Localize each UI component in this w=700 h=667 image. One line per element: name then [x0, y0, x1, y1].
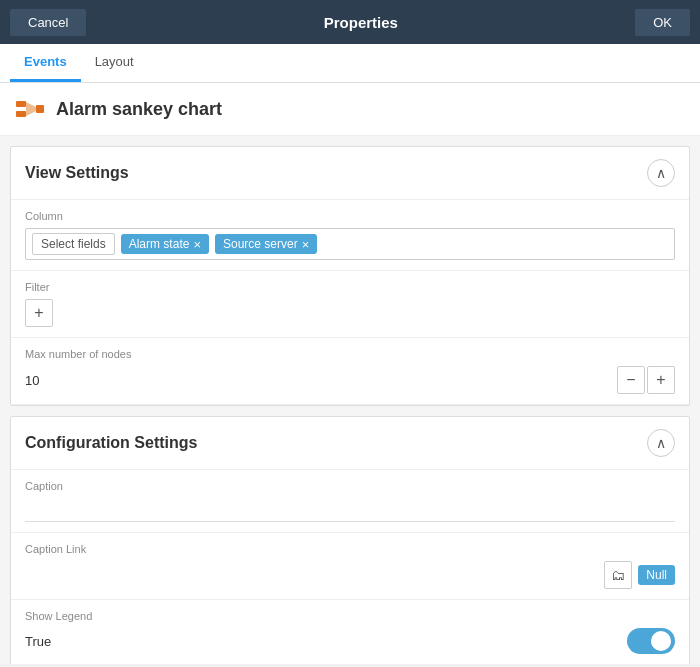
- ok-button[interactable]: OK: [635, 9, 690, 36]
- tag-alarm-state: Alarm state ×: [121, 234, 209, 254]
- show-legend-field-row: Show Legend True: [11, 600, 689, 664]
- filter-label: Filter: [25, 281, 675, 293]
- show-legend-row: True: [25, 628, 675, 654]
- caption-link-row: 🗂 Null: [25, 561, 675, 589]
- column-label: Column: [25, 210, 675, 222]
- tag-alarm-state-close[interactable]: ×: [193, 238, 201, 251]
- tab-layout[interactable]: Layout: [81, 44, 148, 82]
- caption-label: Caption: [25, 480, 675, 492]
- config-settings-header: Configuration Settings ∧: [11, 417, 689, 470]
- select-fields-button[interactable]: Select fields: [32, 233, 115, 255]
- svg-marker-2: [26, 102, 36, 116]
- caption-link-null-badge: Null: [638, 565, 675, 585]
- show-legend-value: True: [25, 634, 51, 649]
- filter-field-row: Filter +: [11, 271, 689, 338]
- view-settings-section: View Settings ∧ Column Select fields Ala…: [10, 146, 690, 406]
- svg-rect-1: [16, 111, 26, 117]
- view-settings-collapse-button[interactable]: ∧: [647, 159, 675, 187]
- view-settings-title: View Settings: [25, 164, 129, 182]
- column-field-row: Column Select fields Alarm state × Sourc…: [11, 200, 689, 271]
- max-nodes-stepper: − +: [617, 366, 675, 394]
- show-legend-label: Show Legend: [25, 610, 675, 622]
- config-settings-section: Configuration Settings ∧ Caption Caption…: [10, 416, 690, 664]
- header: Cancel Properties OK: [0, 0, 700, 44]
- column-field[interactable]: Select fields Alarm state × Source serve…: [25, 228, 675, 260]
- toggle-slider: [627, 628, 675, 654]
- cancel-button[interactable]: Cancel: [10, 9, 86, 36]
- tag-source-server-close[interactable]: ×: [302, 238, 310, 251]
- max-nodes-label: Max number of nodes: [25, 348, 675, 360]
- caption-link-label: Caption Link: [25, 543, 675, 555]
- tab-events[interactable]: Events: [10, 44, 81, 82]
- tag-alarm-state-label: Alarm state: [129, 237, 190, 251]
- tabs-bar: Events Layout: [0, 44, 700, 83]
- config-settings-title: Configuration Settings: [25, 434, 197, 452]
- max-nodes-row: 10 − +: [25, 366, 675, 394]
- chevron-up-icon: ∧: [656, 165, 666, 181]
- chart-title: Alarm sankey chart: [56, 99, 222, 120]
- show-legend-toggle[interactable]: [627, 628, 675, 654]
- max-nodes-field-row: Max number of nodes 10 − +: [11, 338, 689, 405]
- max-nodes-increment-button[interactable]: +: [647, 366, 675, 394]
- tag-source-server-label: Source server: [223, 237, 298, 251]
- caption-input[interactable]: [25, 498, 675, 522]
- chart-title-row: Alarm sankey chart: [0, 83, 700, 136]
- svg-rect-3: [36, 105, 44, 113]
- file-icon: 🗂: [611, 567, 625, 583]
- file-browse-button[interactable]: 🗂: [604, 561, 632, 589]
- tag-source-server: Source server ×: [215, 234, 317, 254]
- header-title: Properties: [324, 14, 398, 31]
- main-content: View Settings ∧ Column Select fields Ala…: [0, 136, 700, 664]
- chevron-up-icon-config: ∧: [656, 435, 666, 451]
- max-nodes-value: 10: [25, 373, 39, 388]
- max-nodes-decrement-button[interactable]: −: [617, 366, 645, 394]
- caption-field-row: Caption: [11, 470, 689, 533]
- caption-link-field-row: Caption Link 🗂 Null: [11, 533, 689, 600]
- filter-add-button[interactable]: +: [25, 299, 53, 327]
- plus-icon: +: [34, 304, 43, 322]
- config-settings-collapse-button[interactable]: ∧: [647, 429, 675, 457]
- sankey-chart-icon: [14, 93, 46, 125]
- svg-rect-0: [16, 101, 26, 107]
- view-settings-header: View Settings ∧: [11, 147, 689, 200]
